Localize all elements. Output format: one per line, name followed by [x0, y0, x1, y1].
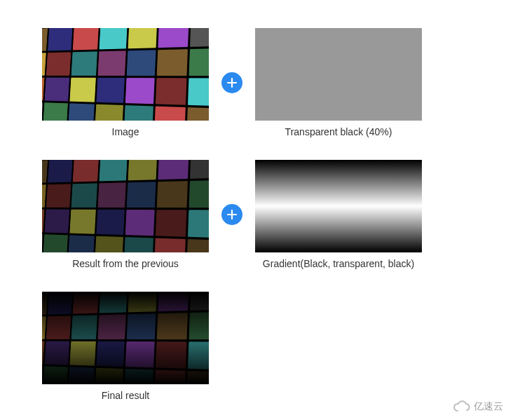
- col-final-result: Final result: [42, 292, 209, 401]
- row-3: Final result: [42, 292, 471, 401]
- watermark-cloud-icon: [453, 400, 471, 413]
- row-2: Result from the previous Gradient(Black,…: [42, 160, 471, 269]
- caption-gradient: Gradient(Black, transparent, black): [263, 258, 414, 269]
- tile-final-result: [42, 292, 209, 384]
- tile-gradient: [255, 160, 422, 252]
- movie-wall-graphic: [42, 28, 209, 121]
- col-result-previous: Result from the previous: [42, 160, 209, 269]
- row-1: Image Transparent black (40%): [42, 28, 471, 137]
- overlay-gradient: [42, 292, 209, 384]
- diagram-container: Image Transparent black (40%): [0, 0, 513, 420]
- col-gradient: Gradient(Black, transparent, black): [255, 160, 422, 269]
- plus-icon: [221, 72, 242, 93]
- watermark: 亿速云: [453, 400, 503, 413]
- tile-transparent-black-40: [255, 28, 422, 121]
- caption-final-result: Final result: [102, 390, 149, 401]
- col-image: Image: [42, 28, 209, 137]
- caption-transparent-black: Transparent black (40%): [285, 126, 392, 137]
- tile-result-previous: [42, 160, 209, 252]
- col-transparent-black: Transparent black (40%): [255, 28, 422, 137]
- caption-image: Image: [112, 126, 139, 137]
- tile-original-image: [42, 28, 209, 121]
- caption-result-previous: Result from the previous: [72, 258, 179, 269]
- overlay-black-40: [42, 160, 209, 252]
- watermark-text: 亿速云: [474, 400, 503, 413]
- plus-icon: [221, 204, 242, 225]
